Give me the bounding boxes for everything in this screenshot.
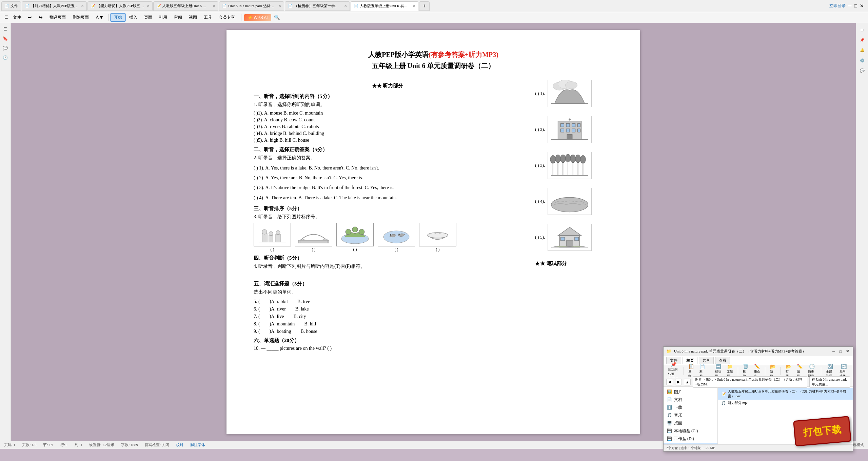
svg-point-1 (262, 229, 267, 234)
menu-translate[interactable]: 翻译页面 (46, 13, 69, 22)
fe-copyto-icon: 📁 (727, 364, 733, 369)
menu-start[interactable]: 开始 (110, 13, 126, 22)
svg-point-12 (352, 227, 358, 232)
menu-format[interactable]: A▼ (92, 14, 107, 22)
minimize-btn[interactable]: ─ (848, 3, 852, 9)
menu-view[interactable]: 视图 (185, 13, 200, 22)
menu-insert[interactable]: 插入 (126, 13, 141, 22)
fe-forward-btn[interactable]: ▶ (675, 379, 682, 385)
fe-sep-6 (821, 367, 821, 375)
fe-left-pictures[interactable]: 🖼️ 图片 (664, 388, 717, 396)
order-img-5 (419, 223, 456, 246)
status-footnote[interactable]: 脚注字体 (190, 442, 205, 447)
sidebar-history-icon[interactable]: 🕐 (2, 54, 9, 61)
fe-sep-5 (781, 367, 781, 375)
svg-rect-2 (269, 235, 273, 242)
svg-rect-25 (572, 123, 575, 127)
menu-undo[interactable]: ↩ (24, 13, 35, 22)
search-icon[interactable]: 🔍 (274, 15, 280, 20)
fe-left-drive-d[interactable]: 💾 工作盘 (D:) (664, 435, 717, 443)
menu-redo[interactable]: ↪ (35, 13, 46, 22)
fe-titlebar: 📁 Unit 6 In a nature park 单元质量调研卷（二）（含听力… (664, 347, 853, 356)
sidebar-comment-icon[interactable]: 💬 (2, 45, 9, 52)
title-bar-right: 立即登录 ─ □ ✕ (829, 3, 867, 9)
wps-ai-button[interactable]: ⚡ WPS AI (244, 14, 271, 21)
menu-file[interactable]: 文件 (9, 13, 24, 22)
tab-2-close[interactable]: ✕ (147, 4, 150, 8)
menu-tools[interactable]: 工具 (200, 13, 215, 22)
tab-6-icon: 📄 (354, 4, 358, 8)
tab-4-close[interactable]: ✕ (278, 4, 281, 8)
fe-file-doc[interactable]: 📝 人教版五年级上册Unit 6 单元质量调研卷（二）（含听力材料+听力MP3+… (718, 388, 853, 400)
fe-left-downloads[interactable]: ⬇️ 下载 (664, 404, 717, 412)
svg-point-43 (570, 155, 576, 163)
q1-row: ( )1). A. mouse B. mice C. mountain (254, 111, 521, 116)
tab-add[interactable]: + (419, 1, 430, 11)
maximize-btn[interactable]: □ (854, 3, 857, 9)
tab-5-close[interactable]: ✕ (344, 4, 347, 8)
svg-point-14 (383, 231, 409, 243)
right-sidebar-icon-4[interactable]: ⚙️ (858, 56, 866, 64)
wps-ai-icon: ⚡ (248, 15, 253, 20)
status-col: 列: 1 (75, 442, 82, 447)
fe-file-mp3-icon: 🎵 (721, 401, 726, 405)
fe-drive-c-icon: 💾 (667, 428, 672, 434)
hamburger-icon[interactable]: ☰ (3, 14, 9, 21)
section3-images: ( ) (254, 223, 521, 252)
right-sidebar-icon-1[interactable]: ⊞ (858, 26, 866, 34)
menu-page[interactable]: 页面 (141, 13, 156, 22)
fe-maximize-btn[interactable]: □ (838, 349, 843, 354)
tab-3-close[interactable]: ✕ (213, 4, 215, 8)
fe-newfolder-icon: 📂 (770, 364, 776, 369)
tab-4[interactable]: 📄 Unit 6 In a nature park 达标测... ✕ (219, 1, 284, 11)
section5-title: 五、词汇选择题（5分） (254, 281, 521, 287)
tab-1[interactable]: 📄 【能力培优】人教PEP版五年级上册... ✕ (22, 1, 87, 11)
fe-left-music[interactable]: 🎵 音乐 (664, 412, 717, 419)
fe-search-box[interactable]: 在 Unit 6 In a nature park 单元质量... (809, 376, 850, 388)
right-sidebar-icon-3[interactable]: 🔔 (858, 46, 866, 54)
right-sidebar-icon-5[interactable]: 💬 (858, 66, 866, 75)
tab-3[interactable]: 📝 人教版五年级上册Unit 6 单元质量... ✕ (153, 1, 218, 11)
fe-nav-bar: ◀ ▶ ▲ 图片 > 第6... > Unit 6 In a nature pa… (664, 377, 853, 387)
svg-rect-29 (572, 129, 575, 132)
tab-6-close[interactable]: ✕ (413, 4, 415, 8)
fe-left-desktop[interactable]: 🖥️ 桌面 (664, 419, 717, 427)
tab-file[interactable]: 📄 文件 (1, 1, 21, 11)
fe-paste-icon: 📄 (699, 364, 705, 369)
q5-row: ( )5). A. high B. hill C. house (254, 138, 521, 143)
right-img-2: ( ) 2). (535, 116, 613, 143)
download-badge[interactable]: 打包下载 (793, 416, 851, 446)
section2-title: 二、听音，选择正确答案（5分） (254, 146, 521, 153)
sidebar-nav-icon[interactable]: ☰ (2, 26, 9, 33)
sidebar-bookmark-icon[interactable]: 🔖 (2, 35, 9, 42)
tab-5[interactable]: 📄 （检测卷）五年级第一学期英语调... ✕ (285, 1, 350, 11)
right-column: ( ) 1). (535, 77, 613, 354)
fe-minimize-btn[interactable]: ─ (831, 349, 836, 354)
tab-6-active[interactable]: 📄 人教版五年级上册Unit 6 易混... ✕ (351, 1, 418, 11)
q2-1-row: ( ) 1). A. Yes, there is a lake. B. No, … (254, 164, 521, 172)
tab-2[interactable]: 📝 【能力培优】人教PEP版五年级上册... ✕ (87, 1, 153, 11)
status-proofread[interactable]: 校对 (176, 442, 183, 447)
fe-up-btn[interactable]: ▲ (684, 379, 691, 385)
fe-left-drive-c[interactable]: 💾 本地磁盘 (C:) (664, 427, 717, 435)
img-box-2 (548, 116, 592, 143)
svg-point-33 (569, 119, 571, 121)
login-btn[interactable]: 立即登录 (829, 3, 846, 9)
fe-back-btn[interactable]: ◀ (666, 379, 673, 385)
menu-vip[interactable]: 会员专享 (215, 13, 238, 22)
svg-rect-54 (575, 237, 579, 241)
order-label-4: ( ) (395, 247, 398, 252)
menu-review[interactable]: 审阅 (171, 13, 185, 22)
close-btn[interactable]: ✕ (860, 3, 864, 9)
img-box-1 (548, 80, 592, 107)
fe-left-docs[interactable]: 📄 文档 (664, 396, 717, 404)
fe-close-btn[interactable]: ✕ (845, 349, 850, 354)
right-sidebar-icon-2[interactable]: 📌 (858, 36, 866, 44)
tab-1-close[interactable]: ✕ (81, 4, 84, 8)
menu-delete-page[interactable]: 删除页面 (69, 13, 92, 22)
fe-nav-path[interactable]: 图片 > 第6... > Unit 6 In a nature park 单元质… (693, 376, 807, 388)
q2-2-row: ( ) 2). A. Yes, there are. B. No, there … (254, 174, 521, 182)
fe-file-mp3[interactable]: 🎵 听力部分.mp3 (718, 400, 853, 406)
menu-ref[interactable]: 引用 (156, 13, 171, 22)
fe-file-doc-icon: 📝 (721, 392, 726, 396)
